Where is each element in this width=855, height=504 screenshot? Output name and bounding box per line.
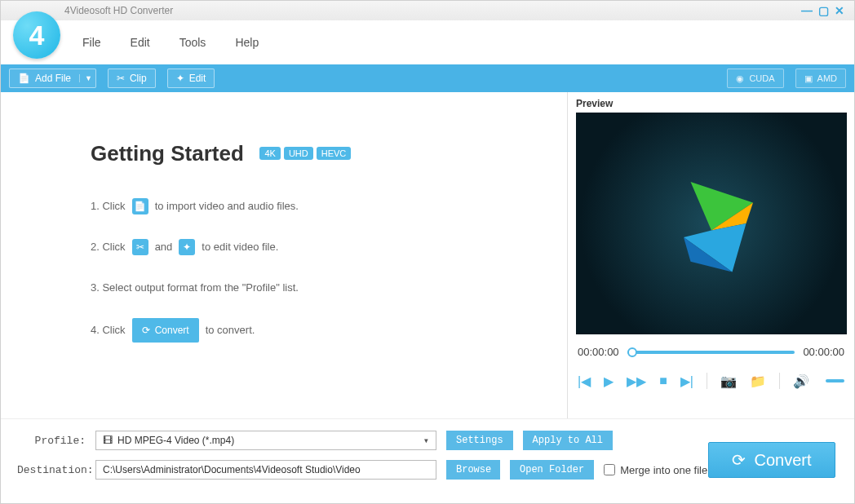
maximize-button[interactable]: ▢ [815,4,831,17]
add-file-icon: 📄 [132,198,148,214]
settings-button[interactable]: Settings [446,431,513,450]
time-current: 00:00:00 [578,346,619,358]
wand-icon: ✦ [179,239,195,255]
open-folder-button[interactable]: Open Folder [510,460,594,480]
apply-to-all-button[interactable]: Apply to All [523,431,613,450]
wand-icon: ✦ [176,73,184,84]
window-title: 4Videosoft HD Converter [64,5,799,16]
cuda-badge[interactable]: ◉ CUDA [727,69,783,88]
nvidia-icon: ◉ [736,73,744,84]
badge-uhd: UHD [284,147,313,160]
preview-label: Preview [576,98,846,109]
badge-hevc: HEVC [317,147,352,160]
menu-help[interactable]: Help [235,36,259,49]
getting-started-heading: Getting Started [91,141,244,166]
step-4: 4. Click ⟳ Convert to convert. [91,318,534,343]
getting-started-panel: Getting Started 4K UHD HEVC 1. Click 📄 t… [1,92,567,418]
next-button[interactable]: ▶| [680,374,693,389]
amd-icon: ▣ [804,73,813,84]
time-slider-row: 00:00:00 00:00:00 [578,346,844,358]
play-button[interactable]: ▶ [604,374,614,389]
stop-button[interactable]: ■ [659,374,667,388]
fast-forward-button[interactable]: ▶▶ [627,374,646,389]
toolbar: 📄 Add File ▼ ✂ Clip ✦ Edit ◉ CUDA ▣ AMD [1,64,854,92]
edit-button[interactable]: ✦ Edit [167,69,215,88]
browse-button[interactable]: Browse [446,460,500,480]
titlebar: 4Videosoft HD Converter — ▢ ✕ [1,1,854,20]
add-file-button[interactable]: 📄 Add File ▼ [9,69,96,88]
scissors-icon: ✂ [132,239,148,255]
convert-button[interactable]: ⟳ Convert [708,442,835,478]
seek-slider[interactable] [627,351,795,354]
close-button[interactable]: ✕ [831,4,848,17]
destination-label: Destination: [17,464,86,476]
volume-slider[interactable] [826,379,844,382]
amd-badge[interactable]: ▣ AMD [795,69,846,88]
menubar: File Edit Tools Help [1,20,854,64]
merge-checkbox[interactable]: Merge into one file [604,464,707,476]
minimize-button[interactable]: — [799,4,815,17]
preview-panel: Preview 00:00:00 00:00:00 |◀ ▶ ▶▶ ■ ▶| 📷… [567,92,854,418]
refresh-icon: ⟳ [732,450,746,470]
add-file-icon: 📄 [18,73,30,84]
step-1: 1. Click 📄 to import video and audio fil… [91,196,534,217]
profile-label: Profile: [17,435,86,447]
time-total: 00:00:00 [803,346,844,358]
prev-button[interactable]: |◀ [578,374,591,389]
menu-edit[interactable]: Edit [131,36,150,49]
menu-file[interactable]: File [82,36,101,49]
profile-combobox[interactable]: 🎞 HD MPEG-4 Video (*.mp4) [95,431,436,450]
merge-checkbox-input[interactable] [604,464,615,475]
badge-4k: 4K [259,147,280,160]
refresh-icon: ⟳ [142,321,150,340]
clip-button[interactable]: ✂ Clip [108,69,156,88]
scissors-icon: ✂ [117,73,125,84]
convert-mini-button: ⟳ Convert [132,318,199,343]
playback-controls: |◀ ▶ ▶▶ ■ ▶| 📷 📁 🔊 [578,373,844,389]
step-3: 3. Select output format from the "Profil… [91,277,534,298]
menu-tools[interactable]: Tools [179,36,206,49]
step-2: 2. Click ✂ and ✦ to edit video file. [91,237,534,258]
volume-icon[interactable]: 🔊 [793,374,809,389]
preview-area [576,113,847,334]
preview-placeholder-icon [642,154,781,293]
chevron-down-icon[interactable]: ▼ [79,74,92,82]
app-logo-icon: 4 [13,11,60,59]
file-type-icon: 🎞 [103,435,113,446]
snapshot-button[interactable]: 📷 [720,374,737,389]
destination-input[interactable]: C:\Users\Administrator\Documents\4Videos… [95,460,436,480]
open-folder-button[interactable]: 📁 [750,374,766,389]
